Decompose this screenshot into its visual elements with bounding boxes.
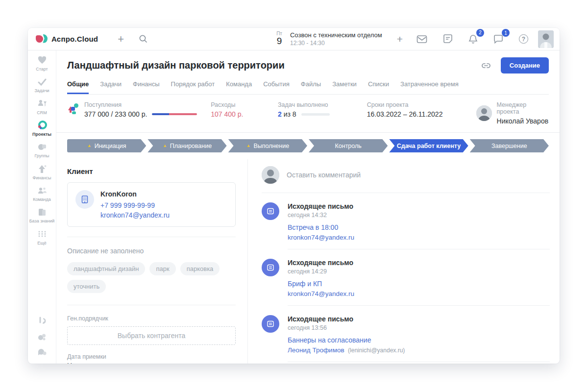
manager-name[interactable]: Николай Уваров	[497, 117, 549, 125]
heart-icon	[37, 55, 47, 65]
feed-item: Исходящее письмо сегодня 14:32 Встреча в…	[262, 202, 550, 249]
page-title: Ландшафтный дизайн парковой территории	[67, 60, 480, 71]
contractor-field-label: Ген.подрядчик	[67, 315, 236, 322]
stage-control[interactable]: Контроль	[309, 139, 388, 152]
tab-tasks[interactable]: Задачи	[100, 80, 122, 94]
tab-team[interactable]: Команда	[226, 80, 252, 94]
client-email-link[interactable]: kronkon74@yandex.ru	[100, 211, 170, 219]
feed-item-subject-link[interactable]: Бриф и КП	[288, 280, 322, 288]
client-name[interactable]: KronKoron	[100, 190, 170, 198]
upcoming-event[interactable]: Созвон с техническим отделом 12:30 - 14:…	[290, 31, 382, 47]
tag[interactable]: парк	[149, 262, 175, 275]
sidebar-item-groups[interactable]: Группы	[28, 142, 56, 158]
top-header: Аспро.Cloud + Пт 9 Созвон с техническим …	[28, 28, 560, 50]
tag[interactable]: ландшафтный дизайн	[67, 262, 145, 275]
sidebar-item-projects[interactable]: Проекты	[28, 121, 56, 137]
stage-execution[interactable]: ▲Выполнение	[228, 139, 307, 152]
comment-input[interactable]	[287, 171, 550, 179]
comment-row	[262, 166, 550, 193]
tab-work-order[interactable]: Порядок работ	[171, 80, 215, 94]
feed-item-subject-link[interactable]: Баннеры на согласование	[288, 336, 371, 344]
notifications-badge: 2	[476, 29, 484, 37]
manager-avatar[interactable]	[476, 105, 492, 121]
messages: 1	[491, 32, 505, 46]
copy-link-icon[interactable]	[480, 60, 492, 72]
messages-badge: 1	[502, 29, 510, 37]
sidebar-extra-icon-2[interactable]	[37, 333, 47, 342]
divider	[67, 237, 236, 237]
sidebar-extra-icon-1[interactable]	[37, 316, 47, 326]
project-dates-value: 16.03.2022 – 26.11.2022	[367, 110, 476, 118]
acceptance-date-value[interactable]: Не указано	[67, 362, 236, 364]
sidebar-item-team[interactable]: Команда	[28, 186, 56, 202]
outgoing-mail-icon	[262, 259, 279, 276]
income-icon	[67, 102, 80, 115]
project-header: Ландшафтный дизайн парковой территории С…	[56, 50, 560, 95]
commenter-avatar	[262, 166, 279, 184]
add-event-button[interactable]: +	[395, 31, 405, 47]
notifications: 2	[466, 32, 480, 46]
income-value: 377 000 / 233 000 р.	[84, 110, 147, 118]
stat-project-dates: Сроки проекта 16.03.2022 – 26.11.2022	[367, 101, 476, 118]
sidebar-item-crm[interactable]: CRM	[28, 99, 56, 115]
stats-row: Поступления 377 000 / 233 000 р. Расходы…	[56, 95, 560, 133]
company-icon	[75, 190, 94, 209]
quick-add-button[interactable]: +	[116, 32, 126, 47]
calendar-day: 9	[277, 36, 282, 47]
sidebar-extra-icon-3[interactable]	[37, 348, 47, 357]
expenses-value: 107 400 р.	[211, 110, 278, 118]
select-contractor-button[interactable]: Выбрать контрагента	[67, 326, 236, 345]
client-card[interactable]: KronKoron +7 999 999-99-99 kronkon74@yan…	[67, 182, 236, 227]
feed-item-contact-link[interactable]: kronkon74@yandex.ru	[288, 290, 354, 297]
stat-manager: Менеджер проекта Николай Уваров	[476, 101, 549, 125]
notes-icon[interactable]	[441, 32, 455, 46]
feed-item-time: сегодня 14:32	[288, 212, 550, 219]
tab-lists[interactable]: Списки	[368, 80, 389, 94]
project-details-column: Клиент KronKoron +7 999 999-99-99 kronko…	[56, 159, 248, 364]
groups-icon	[37, 142, 47, 152]
sidebar-item-tasks[interactable]: Задачи	[28, 77, 56, 93]
feed-item-time: сегодня 13:56	[288, 324, 550, 331]
search-icon[interactable]	[137, 32, 150, 46]
book-icon	[37, 207, 47, 217]
feed-item-subject-link[interactable]: Встреча в 18:00	[288, 223, 338, 231]
finance-arrow-icon	[37, 164, 47, 174]
sidebar-item-more[interactable]: Ещё	[28, 229, 56, 245]
tag[interactable]: уточнить	[67, 280, 106, 293]
tab-general[interactable]: Общие	[67, 80, 89, 94]
team-icon	[37, 186, 47, 196]
tab-finance[interactable]: Финансы	[133, 80, 160, 94]
sidebar-item-knowledge-base[interactable]: База знаний	[28, 207, 56, 223]
stage-planning[interactable]: ▲Планирование	[147, 139, 226, 152]
stage-initiation[interactable]: ▲Инициация	[67, 139, 146, 152]
feed-item-contact-link[interactable]: kronkon74@yandex.ru	[288, 234, 354, 241]
help-icon[interactable]: ?	[517, 32, 530, 46]
tasks-total: из 8	[284, 110, 296, 118]
warning-icon: ▲	[163, 144, 167, 148]
brand-name: Аспро.Cloud	[51, 35, 98, 43]
mail-icon[interactable]	[415, 33, 429, 46]
stage-delivery[interactable]: Сдача работ клиенту	[389, 139, 468, 152]
sidebar-item-finance[interactable]: Финансы	[28, 164, 56, 180]
warning-icon: ▲	[87, 144, 92, 148]
brand[interactable]: Аспро.Cloud	[36, 34, 98, 45]
client-phone-link[interactable]: +7 999 999-99-99	[100, 201, 170, 209]
client-section-title: Клиент	[67, 167, 236, 175]
tab-events[interactable]: События	[263, 80, 290, 94]
create-button[interactable]: Создание	[501, 57, 549, 74]
stages-bar: ▲Инициация ▲Планирование ▲Выполнение Кон…	[56, 133, 560, 159]
feed-item-contact-link[interactable]: Леонид Трофимов	[288, 346, 344, 354]
event-title: Созвон с техническим отделом	[290, 31, 382, 39]
stage-completion[interactable]: Завершение	[470, 139, 549, 152]
user-avatar[interactable]	[538, 30, 554, 48]
tab-files[interactable]: Файлы	[301, 80, 321, 94]
tag[interactable]: парковка	[180, 262, 220, 275]
tab-notes[interactable]: Заметки	[332, 80, 357, 94]
main-content: Ландшафтный дизайн парковой территории С…	[56, 50, 560, 364]
app-window: Аспро.Cloud + Пт 9 Созвон с техническим …	[28, 28, 560, 364]
calendar-date[interactable]: Пт 9	[276, 31, 282, 47]
description-empty-text: Описание не заполнено	[67, 247, 236, 255]
sidebar: Старт Задачи CRM Проекты Группы Финансы	[28, 50, 56, 364]
sidebar-item-start[interactable]: Старт	[28, 55, 56, 72]
tab-time-spent[interactable]: Затраченное время	[400, 80, 459, 94]
